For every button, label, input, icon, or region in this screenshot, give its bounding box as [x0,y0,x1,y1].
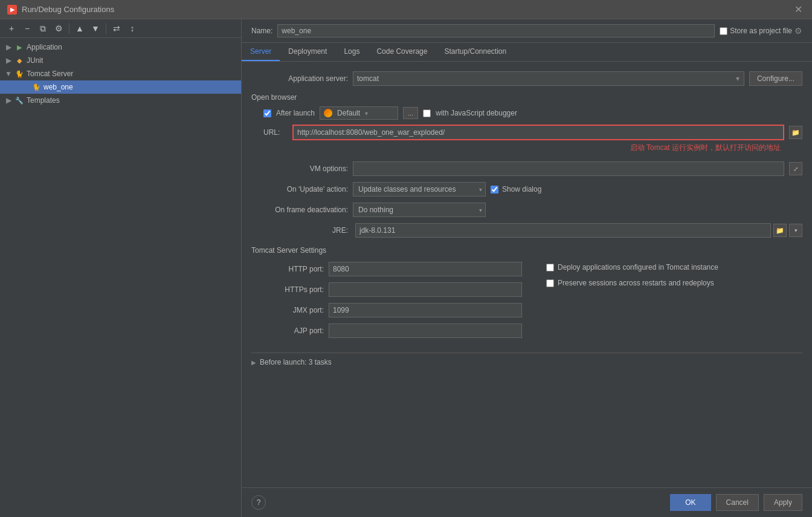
tab-startup-connection[interactable]: Startup/Connection [436,43,515,61]
close-button[interactable]: ✕ [792,4,805,15]
cancel-button[interactable]: Cancel [716,494,759,511]
sidebar-item-junit[interactable]: ▶ ◆ JUnit [0,54,241,67]
on-frame-deact-select[interactable]: Do nothing [353,203,486,217]
https-port-input[interactable] [329,282,522,297]
move-down-button[interactable]: ▼ [89,22,102,35]
vm-options-expand-button[interactable]: ⤢ [789,162,802,175]
ajp-port-input[interactable] [329,324,522,338]
expand-tomcat-icon: ▼ [5,70,12,78]
help-button[interactable]: ? [251,495,266,510]
toolbar-separator [69,23,69,34]
browser-select-wrap: Default ▾ [320,106,398,120]
sidebar-item-application-label: Application [27,43,62,51]
sidebar-item-application[interactable]: ▶ ▶ Application [0,41,241,54]
remove-config-button[interactable]: − [21,22,34,35]
ajp-port-label: AJP port: [263,327,324,335]
store-project-checkbox[interactable] [720,27,727,35]
http-port-row: HTTP port: [263,262,522,276]
browser-arrow-icon: ▾ [365,110,368,117]
sidebar-item-tomcat-server[interactable]: ▼ 🐈 Tomcat Server [0,67,241,80]
on-update-select[interactable]: Update classes and resources [353,182,486,197]
vm-options-row: VM options: ⤢ [251,161,802,176]
form-content: Application server: tomcat Configure... … [242,62,812,487]
jmx-port-input[interactable] [329,303,522,317]
move-folder-button[interactable]: ⇄ [110,22,123,35]
show-dialog-wrap: Show dialog [491,185,541,193]
tab-logs[interactable]: Logs [335,43,368,61]
settings-button[interactable]: ⚙ [52,22,65,35]
preserve-check-label: Preserve sessions across restarts and re… [558,279,714,287]
after-launch-checkbox[interactable] [263,109,271,117]
on-frame-deact-row: On frame deactivation: Do nothing [251,203,802,217]
copy-config-button[interactable]: ⧉ [36,22,50,35]
tab-code-coverage[interactable]: Code Coverage [368,43,436,61]
url-folder-button[interactable]: 📁 [789,126,802,139]
open-browser-label: Open browser [251,93,802,102]
http-port-label: HTTP port: [263,265,324,273]
before-launch-label: Before launch: 3 tasks [260,358,332,366]
content-area: + − ⧉ ⚙ ▲ ▼ ⇄ ↕ ▶ ▶ Application [0,19,812,517]
sort-button[interactable]: ↕ [126,22,139,35]
app-server-select[interactable]: tomcat [353,71,744,86]
sidebar-tree: ▶ ▶ Application ▶ ◆ JUnit ▼ 🐈 Tomcat Ser… [0,38,241,517]
deploy-checkbox[interactable] [546,264,554,272]
url-input-wrap [292,125,784,140]
tab-server[interactable]: Server [242,43,280,61]
url-label: URL: [263,128,288,137]
name-input[interactable] [277,24,715,37]
jre-dropdown-button[interactable]: ▾ [789,224,802,237]
sidebar-item-web-one[interactable]: 🐈 web_one [0,80,241,94]
show-dialog-label: Show dialog [502,185,541,193]
dialog-icon: ▶ [7,5,17,15]
tabs-bar: Server Deployment Logs Code Coverage Sta… [242,43,812,62]
sidebar-toolbar: + − ⧉ ⚙ ▲ ▼ ⇄ ↕ [0,19,241,38]
app-server-row: Application server: tomcat Configure... [251,71,802,86]
add-config-button[interactable]: + [5,22,18,35]
js-debugger-checkbox[interactable] [423,109,431,117]
webone-icon: 🐈 [31,82,41,92]
preserve-checkbox[interactable] [546,279,554,287]
sidebar-item-webone-label: web_one [44,83,73,91]
toolbar-separator-2 [106,23,106,34]
on-update-select-wrap: Update classes and resources [353,182,486,197]
tab-deployment[interactable]: Deployment [280,43,335,61]
browser-three-dot-button[interactable]: ... [403,107,418,119]
main-panel: Name: Store as project file ⚙ Server Dep… [242,19,812,517]
jre-folder-button[interactable]: 📁 [773,224,787,237]
run-debug-dialog: ▶ Run/Debug Configurations ✕ + − ⧉ ⚙ ▲ ▼… [0,0,812,517]
jre-input[interactable] [355,223,771,238]
jre-label: JRE: [251,226,348,235]
jmx-port-row: JMX port: [263,303,522,317]
app-server-label: Application server: [251,74,348,83]
configure-button[interactable]: Configure... [749,71,802,86]
on-update-row: On 'Update' action: Update classes and r… [251,182,802,197]
store-project-wrap: Store as project file ⚙ [720,26,802,36]
store-project-label: Store as project file [730,27,792,35]
default-browser-label: Default [337,109,360,117]
application-icon: ▶ [14,42,24,52]
sidebar: + − ⧉ ⚙ ▲ ▼ ⇄ ↕ ▶ ▶ Application [0,19,242,517]
sidebar-item-templates-label: Templates [27,96,60,105]
vm-options-label: VM options: [251,164,348,173]
store-project-gear-icon[interactable]: ⚙ [794,26,802,36]
url-input[interactable] [294,126,783,139]
https-port-row: HTTPs port: [263,282,522,297]
url-row: URL: 📁 [263,125,802,140]
port-settings: HTTP port: HTTPs port: JMX port: [251,262,522,344]
http-port-input[interactable] [329,262,522,276]
deploy-check-row: Deploy applications configured in Tomcat… [546,263,718,272]
sidebar-item-templates[interactable]: ▶ 🔧 Templates [0,94,241,107]
name-label: Name: [251,27,272,35]
before-launch-section[interactable]: ▶ Before launch: 3 tasks [251,353,802,371]
apply-button[interactable]: Apply [764,494,802,511]
footer: ? OK Cancel Apply [242,487,812,517]
tomcat-settings-body: HTTP port: HTTPs port: JMX port: [251,262,802,344]
expand-templates-icon: ▶ [5,96,12,105]
footer-buttons: OK Cancel Apply [670,494,802,511]
show-dialog-checkbox[interactable] [491,186,498,193]
vm-options-input[interactable] [353,161,784,176]
move-up-button[interactable]: ▲ [73,22,86,35]
ok-button[interactable]: OK [670,494,710,511]
before-launch-expand-icon: ▶ [251,359,256,366]
firefox-icon [324,109,332,117]
